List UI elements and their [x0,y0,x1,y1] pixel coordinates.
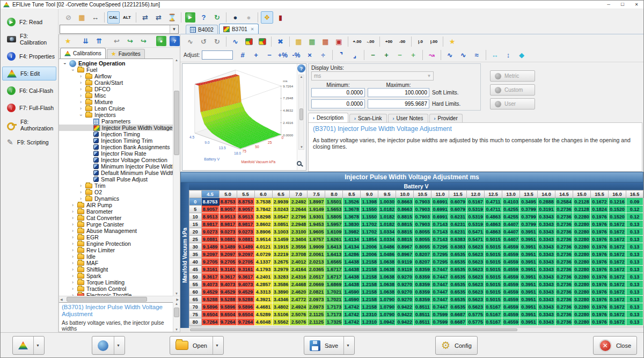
table-cell[interactable]: 0.9270 [396,281,414,288]
alt-checksum-button[interactable]: ALT [121,11,133,24]
table-cell[interactable]: 0.3343 [538,281,555,288]
table-cell[interactable]: 0.2736 [555,236,573,243]
redo-icon[interactable]: ↻ [211,35,223,48]
table-cell[interactable]: 3.3890 [272,288,290,296]
table-cell[interactable]: 0.1672 [608,266,626,273]
sidebar-item-read[interactable]: ▶F2: Read [2,15,56,29]
tree-item[interactable]: ›Trim [59,182,180,189]
tree-item[interactable]: Injection Timing [59,131,180,137]
table-cell[interactable]: 0.6535 [449,273,467,281]
favourites-star-icon[interactable]: ★ [62,35,74,47]
table-cell[interactable]: 0.2736 [555,266,573,273]
column-header[interactable]: 9.5 [378,191,396,198]
table-cell[interactable]: 0.2736 [555,251,573,258]
table-cell[interactable]: 0.4103 [502,198,520,206]
table-cell[interactable]: 0.3343 [538,258,555,266]
column-header[interactable]: 7.0 [290,191,308,198]
tree-expand-icon[interactable]: › [70,254,75,259]
table-cell[interactable]: 0.9422 [396,303,414,311]
table-cell[interactable]: 2.0669 [308,281,325,288]
table-cell[interactable]: 2.3100 [290,228,308,236]
tree-item[interactable]: ›Electronic Throttle [59,292,180,296]
table-cell[interactable]: 0.5015 [485,273,502,281]
row-add-icon[interactable]: + [380,49,393,61]
table-cell[interactable]: 0.2280 [573,243,590,251]
table-cell[interactable]: 1.1550 [361,213,378,221]
table-cell[interactable]: 2.2948 [290,221,308,228]
table-cell[interactable]: 8.9513 [219,213,237,221]
table-cell[interactable]: 9.4529 [219,288,237,296]
table-cell[interactable]: 1.2158 [361,281,378,288]
width-increase-icon[interactable]: |.00 [428,35,440,48]
table-cell[interactable]: 0.1976 [590,266,608,273]
table-cell[interactable]: 0.3343 [538,228,555,236]
table-cell[interactable]: 1.9605 [308,228,325,236]
table-cell[interactable]: 4.5289 [254,311,272,318]
tree-item[interactable]: ›Mixture [59,99,180,105]
table-cell[interactable]: 0.7903 [414,221,431,228]
table-cell[interactable]: 1.7021 [325,288,343,296]
table-cell[interactable]: 1.6565 [325,258,343,266]
tree-expand-icon[interactable]: › [70,242,75,246]
table-cell[interactable]: 0.5623 [467,243,485,251]
table-cell[interactable]: 1.6413 [325,243,343,251]
table-cell[interactable]: 1.4590 [343,288,361,296]
table-cell[interactable]: 1.0638 [378,258,396,266]
table-cell[interactable]: 0.8815 [396,221,414,228]
table-cell[interactable]: 1.1702 [361,228,378,236]
table-cell[interactable]: 0.1976 [590,258,608,266]
table-cell[interactable]: 1.2006 [361,251,378,258]
table-cell[interactable]: 1.1702 [361,221,378,228]
info-tab-user-notes[interactable]: ›User Notes [388,114,428,122]
table-cell[interactable]: 0.5775 [467,311,485,318]
table-cell[interactable]: 4.6048 [254,318,272,326]
table-cell[interactable]: 1.0486 [378,251,396,258]
tree-expand-icon[interactable]: › [70,235,75,240]
table-cell[interactable]: 0.8055 [414,236,431,243]
copy-percent-icon[interactable]: ⇄ [152,11,165,24]
table-cell[interactable]: 0.13 [626,288,643,296]
tree-item[interactable]: ›Traction Control [59,286,180,292]
table-select-icon[interactable]: ▣ [333,35,345,48]
table-cell[interactable]: 0.5015 [485,251,502,258]
table-cell[interactable]: 0.8815 [396,228,414,236]
tree-item[interactable]: Injector Pulse Width Voltage Adjustm [59,125,180,131]
table-cell[interactable]: 0.6991 [431,206,449,213]
sidebar-item-edit[interactable]: F5: Edit [2,67,56,81]
table-cell[interactable]: 0.12 [626,213,643,221]
config-button[interactable]: ⚙Config [435,336,478,355]
table-cell[interactable]: 9.0273 [219,228,237,236]
table-cell[interactable]: 0.5167 [485,303,502,311]
table-cell[interactable]: 8.9817 [237,221,254,228]
tree-expand-icon[interactable]: › [78,184,83,188]
table-cell[interactable]: 0.13 [626,311,643,318]
column-header[interactable]: 10.0 [396,191,414,198]
table-cell[interactable]: 1.0790 [378,303,396,311]
tree-item[interactable]: ›Airflow [59,73,180,79]
table-cell[interactable]: 0.3495 [520,198,538,206]
table-cell[interactable]: 0.3343 [538,236,555,243]
table-cell[interactable]: 1.2158 [361,288,378,296]
table-cell[interactable]: 0.5167 [485,318,502,326]
tree-item[interactable]: ›Shiftlight [59,266,180,273]
table-cell[interactable]: 1.4134 [343,236,361,243]
table-cell[interactable]: 0.5015 [485,243,502,251]
table-cell[interactable]: 8.9057 [237,206,254,213]
table-cell[interactable]: 4.0729 [254,251,272,258]
display-units-select[interactable]: ms ▼ [311,71,434,81]
row-header[interactable]: 75 [189,311,202,318]
table-cell[interactable]: 1.6413 [325,251,343,258]
table-cell[interactable]: 0.2280 [573,288,590,296]
tree-item[interactable]: ›O2 [59,189,180,195]
table-cell[interactable]: 3.3283 [272,273,290,281]
table-cell[interactable]: 1.0182 [378,221,396,228]
table-cell[interactable]: 0.1672 [590,198,608,206]
table-cell[interactable]: 0.7903 [414,198,431,206]
table-cell[interactable]: 2.4924 [290,303,308,311]
table-cell[interactable]: 0.7599 [431,318,449,326]
table-cell[interactable]: 0.5015 [485,288,502,296]
table-cell[interactable]: 1.4590 [343,296,361,303]
table-cell[interactable]: 3.1459 [272,236,290,243]
table-cell[interactable]: 0.3951 [520,311,538,318]
column-header[interactable]: 9.0 [361,191,378,198]
